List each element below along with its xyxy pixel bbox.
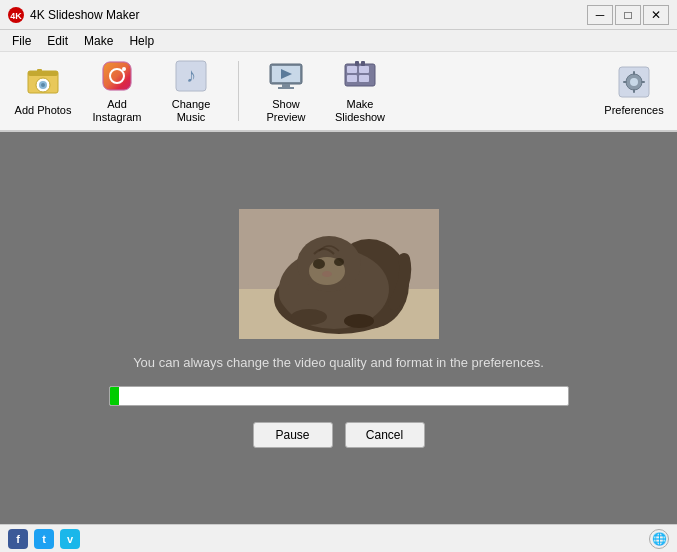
preferences-icon	[616, 64, 652, 100]
add-photos-icon	[25, 64, 61, 100]
svg-point-45	[344, 314, 374, 328]
toolbar-separator-1	[238, 61, 239, 121]
add-instagram-button[interactable]: Add Instagram	[82, 57, 152, 125]
globe-icon[interactable]: 🌐	[649, 529, 669, 549]
svg-rect-29	[633, 71, 635, 75]
svg-rect-31	[623, 81, 627, 83]
svg-rect-21	[359, 66, 369, 73]
svg-text:♪: ♪	[186, 64, 196, 86]
toolbar: Add Photos Add Instagram	[0, 52, 677, 132]
svg-rect-20	[347, 66, 357, 73]
svg-rect-23	[359, 75, 369, 82]
svg-point-44	[291, 309, 327, 325]
action-buttons: Pause Cancel	[253, 422, 425, 448]
maximize-button[interactable]: □	[615, 5, 641, 25]
change-music-label: Change Music	[159, 98, 223, 124]
add-instagram-icon	[99, 58, 135, 94]
svg-point-43	[322, 271, 332, 277]
menu-edit[interactable]: Edit	[39, 32, 76, 50]
vimeo-icon[interactable]: v	[60, 529, 80, 549]
make-slideshow-button[interactable]: Make Slideshow	[325, 57, 395, 125]
svg-point-11	[122, 67, 126, 71]
facebook-icon[interactable]: f	[8, 529, 28, 549]
svg-rect-32	[641, 81, 645, 83]
svg-rect-30	[633, 89, 635, 93]
change-music-icon: ♪	[173, 58, 209, 94]
svg-rect-25	[361, 61, 365, 66]
twitter-icon[interactable]: t	[34, 529, 54, 549]
svg-rect-7	[37, 69, 42, 73]
svg-rect-24	[355, 61, 359, 66]
status-text: You can always change the video quality …	[133, 355, 544, 370]
svg-rect-22	[347, 75, 357, 82]
close-button[interactable]: ✕	[643, 5, 669, 25]
svg-text:4K: 4K	[10, 11, 22, 21]
preferences-label: Preferences	[604, 104, 663, 117]
status-bar: f t v 🌐	[0, 524, 677, 552]
pause-button[interactable]: Pause	[253, 422, 333, 448]
make-slideshow-icon	[342, 58, 378, 94]
cat-image	[239, 209, 439, 339]
svg-point-41	[313, 259, 325, 269]
menu-file[interactable]: File	[4, 32, 39, 50]
add-photos-label: Add Photos	[15, 104, 72, 117]
svg-rect-8	[103, 62, 131, 90]
title-bar: 4K 4K Slideshow Maker ─ □ ✕	[0, 0, 677, 30]
add-photos-button[interactable]: Add Photos	[8, 57, 78, 125]
minimize-button[interactable]: ─	[587, 5, 613, 25]
make-slideshow-label: Make Slideshow	[328, 98, 392, 124]
add-instagram-label: Add Instagram	[85, 98, 149, 124]
main-content: You can always change the video quality …	[0, 132, 677, 524]
menu-bar: File Edit Make Help	[0, 30, 677, 52]
app-title: 4K Slideshow Maker	[30, 8, 587, 22]
show-preview-label: Show Preview	[254, 98, 318, 124]
svg-point-6	[41, 83, 45, 87]
svg-rect-18	[278, 87, 294, 89]
svg-point-42	[334, 258, 344, 266]
change-music-button[interactable]: ♪ Change Music	[156, 57, 226, 125]
menu-make[interactable]: Make	[76, 32, 121, 50]
app-icon: 4K	[8, 7, 24, 23]
svg-rect-3	[28, 71, 58, 76]
svg-point-28	[630, 78, 638, 86]
window-controls: ─ □ ✕	[587, 5, 669, 25]
progress-bar	[110, 387, 119, 405]
show-preview-icon	[268, 58, 304, 94]
progress-container	[109, 386, 569, 406]
show-preview-button[interactable]: Show Preview	[251, 57, 321, 125]
svg-rect-17	[282, 84, 290, 87]
cancel-button[interactable]: Cancel	[345, 422, 425, 448]
menu-help[interactable]: Help	[121, 32, 162, 50]
social-links: f t v	[8, 529, 80, 549]
preferences-button[interactable]: Preferences	[599, 57, 669, 125]
preview-image	[239, 209, 439, 339]
